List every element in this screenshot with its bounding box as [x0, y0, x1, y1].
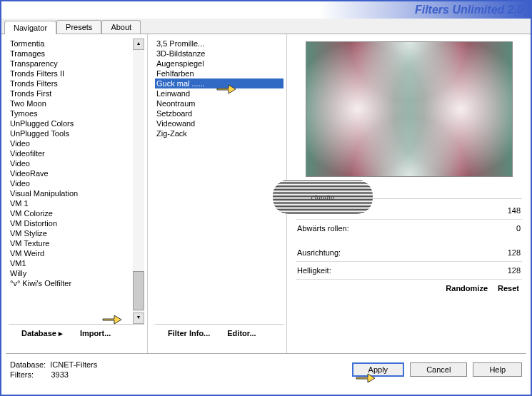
- scroll-thumb[interactable]: [133, 271, 144, 310]
- param-row[interactable]: Helligkeit: 128: [296, 262, 522, 280]
- dialog-buttons: Apply Cancel Help: [352, 362, 522, 377]
- scroll-down-icon[interactable]: ▾: [133, 313, 144, 324]
- list-item[interactable]: Transparency: [9, 59, 144, 68]
- param-value: 128: [508, 248, 521, 257]
- watermark: claudia: [273, 180, 373, 214]
- list-item[interactable]: VM Stylize: [9, 228, 144, 238]
- list-item[interactable]: °v° Kiwi's Oelfilter: [9, 278, 144, 288]
- preview-image: [306, 41, 513, 177]
- apply-button[interactable]: Apply: [352, 362, 405, 377]
- param-label: Ausrichtung:: [297, 248, 341, 257]
- param-value: 148: [508, 206, 521, 215]
- list-item[interactable]: Video: [9, 138, 144, 148]
- list-item[interactable]: Leinwand: [155, 88, 283, 98]
- scroll-track[interactable]: [133, 50, 144, 313]
- param-value: 128: [508, 266, 521, 275]
- list-item[interactable]: Guck mal ......: [155, 78, 283, 88]
- list-item[interactable]: VM Texture: [9, 238, 144, 248]
- param-value: 0: [516, 224, 521, 233]
- list-item[interactable]: Two Moon: [9, 98, 144, 108]
- param-label: Helligkeit:: [297, 266, 331, 275]
- list-item[interactable]: VM 1: [9, 198, 144, 208]
- scrollbar[interactable]: ▴ ▾: [133, 39, 144, 324]
- db-label: Database:: [10, 360, 46, 369]
- filter-buttons: Filter Info... Editor...: [155, 324, 283, 340]
- list-item[interactable]: 3D-Bildstanze: [155, 49, 283, 59]
- list-item[interactable]: UnPlugged Colors: [9, 118, 144, 128]
- list-item[interactable]: VM Weird: [9, 248, 144, 258]
- filters-column: 3,5 Promille... 3D-Bildstanze Augenspieg…: [148, 34, 287, 353]
- list-item[interactable]: VideoRave: [9, 168, 144, 178]
- param-label: Abwärts rollen:: [297, 224, 349, 233]
- list-item[interactable]: Setzboard: [155, 108, 283, 118]
- help-button[interactable]: Help: [473, 362, 522, 377]
- title-bar: Filters Unlimited 2.0: [1, 1, 531, 19]
- category-buttons: Database ▸ Import...: [9, 324, 144, 341]
- tab-presets[interactable]: Presets: [56, 20, 101, 34]
- list-item[interactable]: Videofilter: [9, 148, 144, 158]
- list-item[interactable]: Tramages: [9, 49, 144, 59]
- database-button[interactable]: Database ▸: [13, 326, 71, 341]
- filters-value: 3933: [51, 370, 68, 379]
- footer: Database: ICNET-Filters Filters: 3933 Ap…: [1, 354, 531, 385]
- list-item[interactable]: VM Colorize: [9, 208, 144, 218]
- list-item[interactable]: Videowand: [155, 118, 283, 128]
- list-item[interactable]: Tymoes: [9, 108, 144, 118]
- categories-list[interactable]: Tormentia Tramages Transparency Tronds F…: [9, 39, 144, 324]
- preview-actions: Randomize Reset: [296, 280, 522, 293]
- filter-info-button[interactable]: Filter Info...: [159, 326, 219, 340]
- list-item[interactable]: VM1: [9, 258, 144, 268]
- list-item[interactable]: Willy: [9, 268, 144, 278]
- list-item[interactable]: VM Distortion: [9, 218, 144, 228]
- list-item[interactable]: Zig-Zack: [155, 128, 283, 138]
- categories-column: Tormentia Tramages Transparency Tronds F…: [1, 34, 148, 353]
- filters-label: Filters:: [10, 370, 34, 379]
- param-row[interactable]: Abwärts rollen: 0: [296, 220, 522, 237]
- tab-navigator[interactable]: Navigator: [4, 21, 56, 34]
- list-item[interactable]: Fehlfarben: [155, 68, 283, 78]
- list-item[interactable]: Tronds Filters II: [9, 68, 144, 78]
- filters-list[interactable]: 3,5 Promille... 3D-Bildstanze Augenspieg…: [155, 39, 283, 324]
- list-item[interactable]: 3,5 Promille...: [155, 39, 283, 49]
- randomize-button[interactable]: Randomize: [446, 284, 488, 293]
- list-item[interactable]: Tronds First: [9, 88, 144, 98]
- import-button[interactable]: Import...: [71, 326, 119, 341]
- footer-info: Database: ICNET-Filters Filters: 3933: [10, 360, 97, 380]
- list-item[interactable]: Video: [9, 178, 144, 188]
- app-window: Filters Unlimited 2.0 Navigator Presets …: [0, 0, 532, 396]
- param-row[interactable]: Ausrichtung: 128: [296, 244, 522, 262]
- app-title: Filters Unlimited 2.0: [415, 4, 523, 16]
- scroll-up-icon[interactable]: ▴: [133, 39, 144, 50]
- cancel-button[interactable]: Cancel: [410, 362, 467, 377]
- db-value: ICNET-Filters: [50, 360, 97, 369]
- reset-button[interactable]: Reset: [498, 284, 519, 293]
- tab-bar: Navigator Presets About: [1, 19, 531, 34]
- list-item[interactable]: UnPlugged Tools: [9, 128, 144, 138]
- list-item[interactable]: Tronds Filters: [9, 78, 144, 88]
- main-panel: Tormentia Tramages Transparency Tronds F…: [1, 34, 531, 353]
- tab-about[interactable]: About: [101, 20, 141, 34]
- editor-button[interactable]: Editor...: [219, 326, 264, 340]
- list-item[interactable]: Tormentia: [9, 39, 144, 49]
- list-item[interactable]: Neontraum: [155, 98, 283, 108]
- list-item[interactable]: Visual Manipulation: [9, 188, 144, 198]
- list-item[interactable]: Video: [9, 158, 144, 168]
- list-item[interactable]: Augenspiegel: [155, 59, 283, 68]
